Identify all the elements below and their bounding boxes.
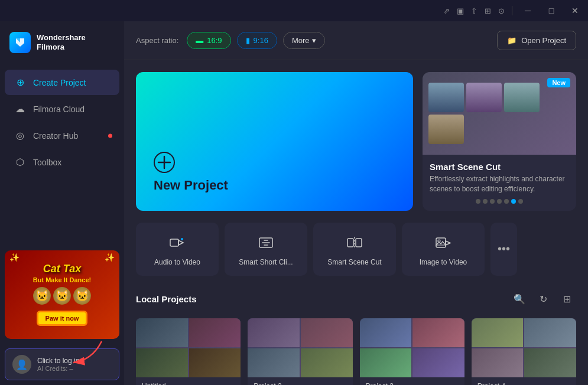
cloud-upload-icon[interactable]: ⇧ xyxy=(471,6,477,15)
svg-point-7 xyxy=(181,238,183,240)
sidebar-nav: ⊕ Create Project ☁ Filmora Cloud ◎ Creat… xyxy=(0,64,124,246)
monitor-icon[interactable]: ▣ xyxy=(457,6,464,15)
sidebar-item-filmora-cloud[interactable]: ☁ Filmora Cloud xyxy=(5,96,119,122)
toolbar: Aspect ratio: ▬ 16:9 ▮ 9:16 More ▾ 📁 Ope… xyxy=(124,21,588,60)
grid-view-button[interactable]: ⊞ xyxy=(557,290,576,309)
toolbox-icon: ⬡ xyxy=(14,156,26,168)
search-projects-button[interactable]: 🔍 xyxy=(510,290,529,309)
aspect-916-icon: ▮ xyxy=(246,36,250,45)
feature-carousel-dots xyxy=(430,199,569,204)
project-name-1: Untitled xyxy=(142,382,235,385)
logo-brand: Wondershare xyxy=(37,33,86,43)
sidebar-item-creator-hub[interactable]: ◎ Creator Hub xyxy=(5,123,119,148)
project-item-4[interactable]: Project 4 xyxy=(472,318,576,385)
project-item-1[interactable]: Untitled 08... xyxy=(136,318,241,385)
dot-3[interactable] xyxy=(490,199,495,204)
minimize-button[interactable]: ─ xyxy=(519,5,536,17)
person-thumb-1 xyxy=(428,83,464,112)
sidebar-item-label: Creator Hub xyxy=(33,131,78,141)
more-aspect-button[interactable]: More ▾ xyxy=(283,32,325,49)
feature-card[interactable]: New Smart Scene Cut Effortlessly extract… xyxy=(423,72,576,211)
dot-2[interactable] xyxy=(483,199,488,204)
project-item-2[interactable]: Project 2 xyxy=(248,318,352,385)
login-panel[interactable]: 👤 Click to log in AI Credits: – xyxy=(5,348,119,380)
local-projects-title: Local Projects xyxy=(136,294,510,304)
local-projects-header: Local Projects 🔍 ↻ ⊞ xyxy=(136,290,576,309)
sidebar-ad-banner[interactable]: ✨ ✨ Cat Tax But Make It Dance! 🐱 🐱 🐱 Paw… xyxy=(5,250,119,339)
creator-hub-icon: ◎ xyxy=(14,130,26,141)
ai-credits: AI Credits: – xyxy=(37,365,79,372)
ellipsis-icon: ••• xyxy=(498,242,510,256)
headset-icon[interactable]: ⊙ xyxy=(498,6,505,15)
more-tools-button[interactable]: ••• xyxy=(490,223,517,276)
project-meta-2: Project 2 xyxy=(248,377,352,385)
new-project-card[interactable]: New Project xyxy=(136,72,413,211)
aspect-ratio-169-button[interactable]: ▬ 16:9 xyxy=(187,32,230,49)
audio-to-video-label: Audio to Video xyxy=(154,258,200,266)
dot-7[interactable] xyxy=(518,199,523,204)
project-meta-3: Project 3 xyxy=(360,377,464,385)
tool-audio-to-video[interactable]: Audio to Video xyxy=(136,223,219,276)
dot-6[interactable] xyxy=(511,199,516,204)
project-thumb-1 xyxy=(136,318,241,377)
project-item-3[interactable]: Project 3 xyxy=(360,318,464,385)
share-icon[interactable]: ⇗ xyxy=(443,6,450,15)
creator-hub-dot xyxy=(108,133,112,138)
person-thumb-3 xyxy=(504,83,540,112)
open-project-button[interactable]: 📁 Open Project xyxy=(497,31,576,50)
section-actions: 🔍 ↻ ⊞ xyxy=(510,290,576,309)
sidebar-item-label: Create Project xyxy=(33,78,86,87)
sidebar-item-create-project[interactable]: ⊕ Create Project xyxy=(5,70,119,95)
tool-image-to-video[interactable]: Image to Video xyxy=(402,223,485,276)
tool-smart-short-clip[interactable]: Smart Short Cli... xyxy=(225,223,307,276)
logo-text: Wondershare Filmora xyxy=(37,33,86,51)
ad-sparkles-left: ✨ xyxy=(9,253,20,262)
smart-scene-cut-icon xyxy=(344,232,365,253)
new-project-plus-icon xyxy=(154,152,395,173)
svg-rect-12 xyxy=(436,238,446,247)
tool-smart-scene-cut[interactable]: Smart Scene Cut xyxy=(313,223,396,276)
titlebar-sep xyxy=(512,6,512,15)
cat-icon-3: 🐱 xyxy=(73,287,91,305)
project-thumb-2 xyxy=(248,318,352,377)
grid-icon[interactable]: ⊞ xyxy=(485,6,491,15)
ad-paw-button[interactable]: Paw it now xyxy=(37,311,88,326)
dot-4[interactable] xyxy=(497,199,502,204)
close-button[interactable]: ✕ xyxy=(567,5,583,17)
feature-info: Smart Scene Cut Effortlessly extract hig… xyxy=(423,155,576,211)
login-text: Click to log in AI Credits: – xyxy=(37,357,79,372)
grid-view-icon: ⊞ xyxy=(563,293,571,305)
project-thumb-3 xyxy=(360,318,464,377)
ad-content: ✨ ✨ Cat Tax But Make It Dance! 🐱 🐱 🐱 Paw… xyxy=(5,250,119,339)
feature-title: Smart Scene Cut xyxy=(430,162,569,172)
maximize-button[interactable]: □ xyxy=(543,5,560,17)
sidebar-item-label: Filmora Cloud xyxy=(33,105,85,114)
feature-new-badge: New xyxy=(547,78,570,87)
image-to-video-label: Image to Video xyxy=(420,258,467,266)
project-name-3: Project 3 xyxy=(366,382,459,385)
dot-5[interactable] xyxy=(504,199,509,204)
chevron-down-icon: ▾ xyxy=(312,36,316,45)
ad-cats: 🐱 🐱 🐱 xyxy=(33,287,91,305)
aspect-169-icon: ▬ xyxy=(196,36,203,45)
hero-feature-row: New Project New xyxy=(136,72,576,211)
quick-tools-row: Audio to Video Smart Short Cli... xyxy=(136,223,576,276)
filmora-cloud-icon: ☁ xyxy=(14,103,26,115)
dot-1[interactable] xyxy=(476,199,480,204)
open-project-label: Open Project xyxy=(521,36,566,45)
sidebar-bottom: 👤 Click to log in AI Credits: – xyxy=(0,344,124,385)
folder-icon: 📁 xyxy=(507,36,516,45)
sidebar: Wondershare Filmora ⊕ Create Project ☁ F… xyxy=(0,21,124,385)
aspect-ratio-label: Aspect ratio: xyxy=(136,36,178,45)
refresh-icon: ↻ xyxy=(540,293,547,305)
aspect-ratio-916-button[interactable]: ▮ 9:16 xyxy=(237,32,277,49)
sidebar-item-toolbox[interactable]: ⬡ Toolbox xyxy=(5,149,119,175)
cat-icon-1: 🐱 xyxy=(33,287,51,305)
project-thumb-4 xyxy=(472,318,576,377)
login-avatar: 👤 xyxy=(12,355,31,374)
project-name-4: Project 4 xyxy=(477,382,570,385)
ad-title-line2: But Make It Dance! xyxy=(33,276,91,283)
create-project-icon: ⊕ xyxy=(14,77,26,88)
refresh-projects-button[interactable]: ↻ xyxy=(534,290,553,309)
content-scroll: New Project New xyxy=(124,60,588,385)
